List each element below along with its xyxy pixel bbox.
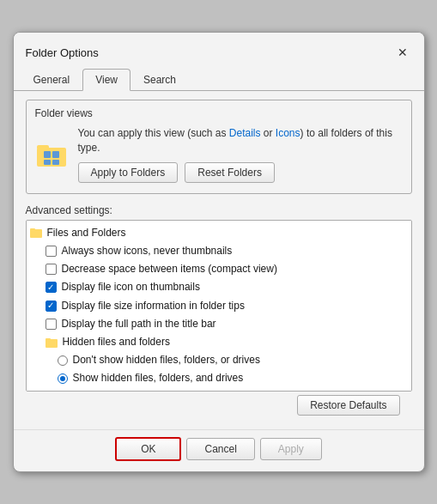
restore-row: Restore Defaults: [26, 392, 412, 417]
apply-to-folders-button[interactable]: Apply to Folders: [78, 162, 179, 183]
tab-general[interactable]: General: [21, 69, 83, 91]
list-item[interactable]: ✓ Display file icon on thumbnails: [27, 278, 411, 296]
folder-options-dialog: Folder Options ✕ General View Search Fol…: [13, 32, 425, 472]
folder-buttons: Apply to Folders Reset Folders: [78, 162, 403, 183]
list-item[interactable]: Always show icons, never thumbnails: [27, 242, 411, 260]
svg-rect-5: [52, 160, 59, 165]
folder-views-inner: You can apply this view (such as Details…: [35, 126, 403, 183]
list-item: Files and Folders: [27, 224, 411, 242]
apply-button[interactable]: Apply: [260, 438, 322, 460]
tab-view[interactable]: View: [82, 69, 130, 91]
list-item[interactable]: Show hidden files, folders, and drives: [27, 369, 411, 387]
advanced-settings-label: Advanced settings:: [26, 204, 412, 216]
advanced-settings-list[interactable]: Files and Folders Always show icons, nev…: [26, 220, 412, 392]
radio-show-hidden[interactable]: [58, 373, 68, 384]
list-item[interactable]: Decrease space between items (compact vi…: [27, 260, 411, 278]
tab-search[interactable]: Search: [130, 69, 189, 91]
ok-button[interactable]: OK: [115, 437, 181, 461]
dialog-title: Folder Options: [26, 46, 99, 59]
restore-defaults-button[interactable]: Restore Defaults: [297, 395, 399, 416]
svg-rect-4: [44, 160, 51, 165]
action-buttons: OK Cancel Apply: [14, 429, 424, 471]
tab-content: Folder views: [14, 91, 424, 426]
folder-icon: [35, 137, 68, 173]
checkbox-display-file-icon[interactable]: ✓: [46, 282, 57, 293]
svg-rect-3: [52, 151, 59, 158]
folder-views-label: Folder views: [35, 107, 403, 119]
svg-rect-1: [37, 145, 49, 149]
title-bar: Folder Options ✕: [14, 33, 424, 69]
folder-views-group: Folder views: [26, 100, 412, 194]
list-item: Hidden files and folders: [27, 333, 411, 351]
cancel-button[interactable]: Cancel: [186, 438, 254, 460]
list-item[interactable]: Display the full path in the title bar: [27, 315, 411, 333]
checkbox-display-file-size[interactable]: ✓: [46, 301, 57, 312]
radio-dont-show-hidden[interactable]: [58, 355, 68, 366]
svg-rect-2: [44, 151, 51, 158]
close-button[interactable]: ✕: [391, 41, 414, 64]
folder-views-content: You can apply this view (such as Details…: [78, 126, 403, 183]
folder-views-description: You can apply this view (such as Details…: [78, 126, 403, 155]
tab-bar: General View Search: [14, 69, 424, 91]
svg-rect-7: [30, 228, 35, 231]
reset-folders-button[interactable]: Reset Folders: [185, 162, 275, 183]
checkbox-always-show-icons[interactable]: [46, 246, 57, 257]
svg-rect-9: [46, 338, 51, 341]
list-item[interactable]: Don't show hidden files, folders, or dri…: [27, 351, 411, 369]
list-item[interactable]: ✓ Display file size information in folde…: [27, 297, 411, 315]
svg-rect-0: [37, 148, 66, 167]
checkbox-decrease-space[interactable]: [46, 264, 57, 275]
checkbox-display-full-path[interactable]: [46, 319, 57, 330]
